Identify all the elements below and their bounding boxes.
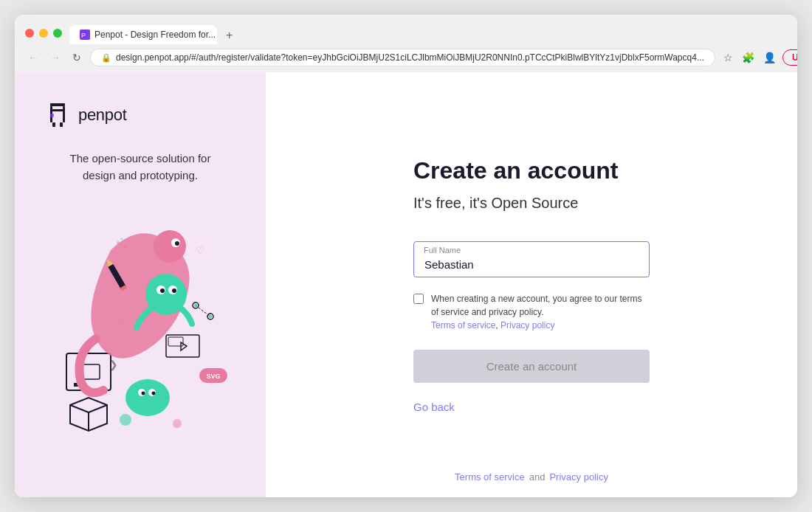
svg-text:SVG: SVG <box>206 373 220 380</box>
svg-line-14 <box>89 405 107 412</box>
page-content: penpot The open-source solution fordesig… <box>15 72 797 497</box>
terms-checkbox-row: When creating a new account, you agree t… <box>413 292 650 332</box>
full-name-input[interactable] <box>413 241 650 277</box>
illustration-svg: SVG ♡ ≡ ❯ <box>52 206 229 442</box>
url-bar[interactable]: 🔒 design.penpot.app/#/auth/register/vali… <box>90 49 715 66</box>
svg-point-49 <box>121 238 123 241</box>
svg-point-45 <box>120 414 131 426</box>
toolbar-icons: ☆ 🧩 👤 Update ⋮ <box>721 49 797 66</box>
extensions-button[interactable]: 🧩 <box>740 50 757 65</box>
svg-rect-7 <box>60 122 63 127</box>
svg-text:♡: ♡ <box>196 244 205 256</box>
browser-window: P Penpot - Design Freedom for... ✕ + ← →… <box>15 15 797 497</box>
forward-button[interactable]: → <box>47 50 63 65</box>
full-name-field: Full Name <box>413 241 650 277</box>
go-back-link[interactable]: Go back <box>413 401 650 413</box>
footer-and-text: and <box>529 471 546 482</box>
tab-bar: P Penpot - Design Freedom for... ✕ + <box>69 25 238 44</box>
svg-rect-5 <box>50 109 65 111</box>
svg-text:≡: ≡ <box>117 317 121 325</box>
url-text: design.penpot.app/#/auth/register/valida… <box>116 52 704 63</box>
reload-button[interactable]: ↻ <box>69 50 84 65</box>
logo-area: penpot <box>44 102 127 128</box>
right-panel: Create an account It's free, it's Open S… <box>266 72 797 497</box>
svg-point-48 <box>124 245 127 248</box>
svg-line-13 <box>70 405 89 412</box>
minimize-traffic-light[interactable] <box>39 29 48 38</box>
page-footer: Terms of service and Privacy policy <box>266 471 797 482</box>
svg-point-21 <box>160 288 165 293</box>
tab-title: Penpot - Design Freedom for... <box>94 30 216 40</box>
maximize-traffic-light[interactable] <box>53 29 62 38</box>
tagline: The open-source solution fordesign and p… <box>70 151 211 184</box>
svg-point-18 <box>175 241 179 246</box>
svg-point-16 <box>154 230 186 263</box>
penpot-logo-icon <box>44 102 71 128</box>
svg-point-40 <box>194 304 197 307</box>
svg-point-27 <box>125 379 170 416</box>
svg-rect-6 <box>52 122 55 127</box>
profile-button[interactable]: 👤 <box>761 50 778 65</box>
lock-icon: 🔒 <box>101 53 111 63</box>
title-bar: P Penpot - Design Freedom for... ✕ + <box>15 15 797 44</box>
svg-point-46 <box>173 419 182 428</box>
close-traffic-light[interactable] <box>25 29 34 38</box>
subtitle: It's free, it's Open Source <box>413 195 650 212</box>
traffic-lights <box>25 29 62 38</box>
svg-text:❯: ❯ <box>109 359 118 371</box>
footer-privacy-link[interactable]: Privacy policy <box>549 471 608 482</box>
svg-rect-2 <box>50 103 65 106</box>
browser-tab[interactable]: P Penpot - Design Freedom for... ✕ <box>69 25 217 44</box>
terms-text: When creating a new account, you agree t… <box>431 292 650 332</box>
svg-point-29 <box>142 392 145 395</box>
svg-point-41 <box>209 315 212 318</box>
left-panel: penpot The open-source solution fordesig… <box>15 72 266 497</box>
svg-point-31 <box>152 392 156 395</box>
terms-link[interactable]: Terms of service <box>431 320 495 331</box>
logo-text: penpot <box>78 105 127 125</box>
update-button[interactable]: Update <box>782 49 797 66</box>
svg-rect-9 <box>66 353 111 390</box>
footer-terms-link[interactable]: Terms of service <box>455 471 525 482</box>
svg-point-47 <box>117 241 120 244</box>
svg-rect-8 <box>50 114 54 117</box>
form-container: Create an account It's free, it's Open S… <box>413 157 650 413</box>
svg-text:P: P <box>81 32 86 39</box>
bookmark-button[interactable]: ☆ <box>721 50 735 65</box>
illustration: SVG ♡ ≡ ❯ <box>52 206 229 442</box>
svg-point-23 <box>172 288 176 293</box>
new-tab-button[interactable]: + <box>220 27 238 44</box>
create-account-button[interactable]: Create an account <box>413 350 650 383</box>
terms-checkbox[interactable] <box>413 294 424 304</box>
tab-favicon: P <box>80 30 90 40</box>
address-bar: ← → ↻ 🔒 design.penpot.app/#/auth/registe… <box>15 44 797 72</box>
back-button[interactable]: ← <box>25 50 41 65</box>
svg-rect-4 <box>63 106 65 122</box>
page-title: Create an account <box>413 157 650 184</box>
privacy-link[interactable]: Privacy policy <box>500 320 554 331</box>
